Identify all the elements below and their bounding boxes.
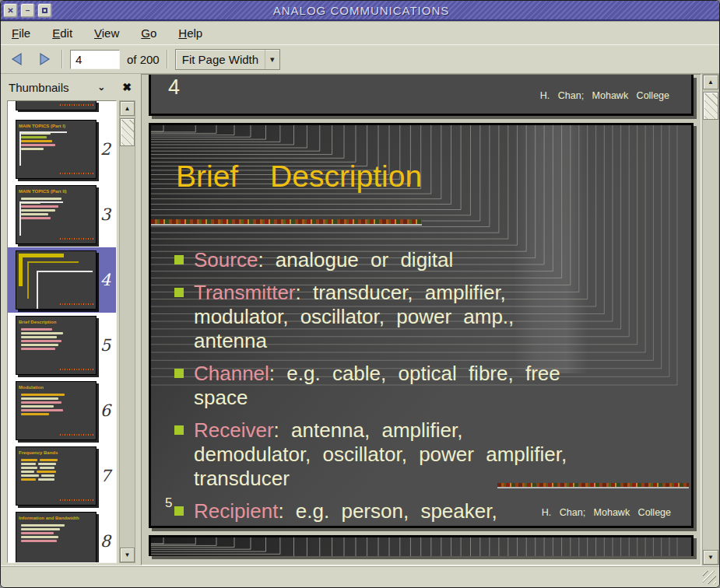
bullet-icon: [174, 369, 184, 378]
document-viewport[interactable]: 4 H. Chan; Mohawk College Brief Descript…: [141, 74, 701, 565]
bullet-icon: [174, 506, 184, 516]
scroll-up-button[interactable]: ▲: [703, 75, 718, 89]
thumbnail-page-number: 3: [97, 205, 114, 224]
window-title: ANALOG COMMUNICATIONS: [54, 4, 668, 17]
slide-decor-strip-bottom: [497, 483, 689, 488]
page-number-input[interactable]: [70, 50, 120, 69]
thumbnail-row-3[interactable]: MAIN TOPICS (Part II) 3: [8, 182, 116, 247]
page-5-footer-credit: H. Chan; Mohawk College: [542, 507, 671, 518]
maximize-button[interactable]: [37, 3, 52, 18]
thumbnail-image: Modulation: [16, 381, 97, 440]
slide-decor-strip-top: [151, 219, 422, 226]
thumbnails-panel-title: Thumbnails: [9, 81, 97, 94]
resize-grip[interactable]: [703, 571, 716, 584]
zoom-select[interactable]: Fit Page Width ▾: [175, 49, 280, 70]
menu-view[interactable]: View: [94, 26, 119, 40]
slide-title: Brief Description: [176, 159, 422, 194]
scroll-up-button[interactable]: ▲: [120, 101, 135, 116]
arrow-down-icon: ▼: [125, 551, 131, 558]
thumbnail-row-8[interactable]: Information and Bandwidth 8: [8, 509, 116, 563]
thumbnail-page-number: 5: [97, 336, 114, 355]
bullet-icon: [174, 288, 184, 297]
panel-close-icon[interactable]: ✖: [122, 81, 132, 93]
thumbnail-fake-text: [16, 459, 96, 481]
menu-file[interactable]: File: [12, 26, 30, 40]
thumbnail-title: Brief Description: [16, 317, 96, 327]
page-5: Brief Description Source: analogue or di…: [149, 123, 694, 528]
page-4-bottom: 4 H. Chan; Mohawk College: [149, 75, 694, 116]
thumbnails-panel-header: Thumbnails ⌄ ✖: [1, 74, 141, 100]
bullet-source: Source: analogue or digital: [174, 248, 680, 272]
thumbnail-page-number: 6: [97, 401, 114, 420]
chevron-down-icon: ▾: [265, 50, 279, 69]
vertical-scrollbar[interactable]: ▲ ▼: [702, 74, 719, 565]
slide-corner-pattern: [151, 537, 694, 556]
arrow-right-icon: [37, 52, 51, 66]
thumbnail-decor-strip: [58, 499, 93, 501]
next-page-button[interactable]: [34, 49, 54, 69]
arrow-up-icon: ▲: [125, 105, 131, 112]
thumbnail-decor-strip: [58, 104, 93, 106]
thumbnail-title: Modulation: [16, 382, 96, 392]
page-4-footer-credit: H. Chan; Mohawk College: [540, 90, 669, 101]
close-button[interactable]: ✕: [3, 3, 18, 18]
previous-page-button[interactable]: [7, 49, 27, 69]
minimize-button[interactable]: –: [20, 3, 35, 18]
thumbnail-row-5[interactable]: Brief Description 5: [8, 313, 116, 378]
scrollbar-thumb[interactable]: [120, 118, 135, 146]
titlebar[interactable]: ✕ – ANALOG COMMUNICATIONS: [1, 1, 719, 21]
thumbnails-panel-body: MAIN TOPICS (Part I) 2 MAIN TOPICS (Part…: [1, 100, 141, 565]
scroll-down-button[interactable]: ▼: [703, 550, 718, 565]
thumbnail-title: Information and Bandwidth: [16, 513, 96, 523]
thumbnail-fake-text: [16, 524, 96, 542]
menu-edit[interactable]: Edit: [52, 26, 72, 40]
scroll-down-button[interactable]: ▼: [120, 548, 135, 562]
scrollbar-track[interactable]: [703, 120, 718, 550]
chevron-down-icon[interactable]: ⌄: [97, 82, 105, 93]
zoom-value: Fit Page Width: [176, 50, 265, 69]
thumbnail-page-number: 7: [97, 467, 114, 485]
thumbnail-page-number: 8: [97, 532, 114, 551]
thumbnail-decor-strip: [58, 303, 93, 305]
arrow-up-icon: ▲: [708, 79, 714, 86]
thumbnail-page-1-partial[interactable]: [16, 101, 97, 110]
bullet-channel: Channel: e.g. cable, optical fibre, free…: [174, 362, 680, 410]
thumbnail-image: MAIN TOPICS (Part II): [16, 185, 97, 244]
menubar: File Edit View Go Help: [1, 21, 719, 45]
thumbnail-image: MAIN TOPICS (Part I): [16, 120, 97, 179]
thumbnail-row-6[interactable]: Modulation 6: [8, 378, 116, 443]
toolbar: of 200 Fit Page Width ▾: [1, 45, 719, 74]
thumbnail-row-2[interactable]: MAIN TOPICS (Part I) 2: [8, 117, 116, 182]
thumbnails-scrollbar[interactable]: ▲ ▼: [119, 100, 135, 563]
menu-help[interactable]: Help: [178, 26, 202, 40]
thumbnail-decor-strip: [58, 434, 93, 436]
bullet-transmitter: Transmitter: transducer, amplifier, modu…: [174, 281, 680, 353]
app-window: ✕ – ANALOG COMMUNICATIONS File Edit View…: [0, 0, 720, 588]
scrollbar-thumb[interactable]: [703, 92, 718, 120]
minimize-icon: –: [26, 6, 30, 15]
page-4-footer-number: 4: [168, 75, 180, 100]
bullet-icon: [174, 425, 184, 435]
toolbar-separator: [167, 50, 168, 68]
thumbnail-image: Information and Bandwidth: [16, 512, 97, 563]
thumbnail-image: [16, 250, 97, 310]
arrow-down-icon: ▼: [708, 554, 714, 561]
thumbnail-row-4-selected[interactable]: 4: [8, 247, 116, 313]
thumbnail-title: Frequency Bands: [16, 447, 96, 457]
close-icon: ✕: [7, 6, 13, 15]
thumbnail-page-number: 2: [97, 140, 114, 159]
page-5-footer-number: 5: [165, 495, 172, 511]
thumbnail-row-7[interactable]: Frequency Bands 7: [8, 443, 116, 509]
page-count-label: of 200: [127, 53, 160, 66]
menu-go[interactable]: Go: [141, 26, 156, 40]
thumbnails-panel: Thumbnails ⌄ ✖ MAIN TOPICS (Part I) 2: [1, 74, 141, 565]
scrollbar-track[interactable]: [120, 146, 135, 548]
thumbnail-title: MAIN TOPICS (Part II): [16, 186, 96, 196]
page-6-top: [149, 535, 694, 556]
thumbnail-decor-strip: [58, 173, 93, 174]
thumbnail-page-number: 4: [97, 271, 114, 289]
thumbnail-list: MAIN TOPICS (Part I) 2 MAIN TOPICS (Part…: [7, 100, 117, 563]
toolbar-separator: [61, 50, 63, 68]
thumbnail-decor-strip: [58, 369, 93, 370]
statusbar: [1, 565, 719, 587]
